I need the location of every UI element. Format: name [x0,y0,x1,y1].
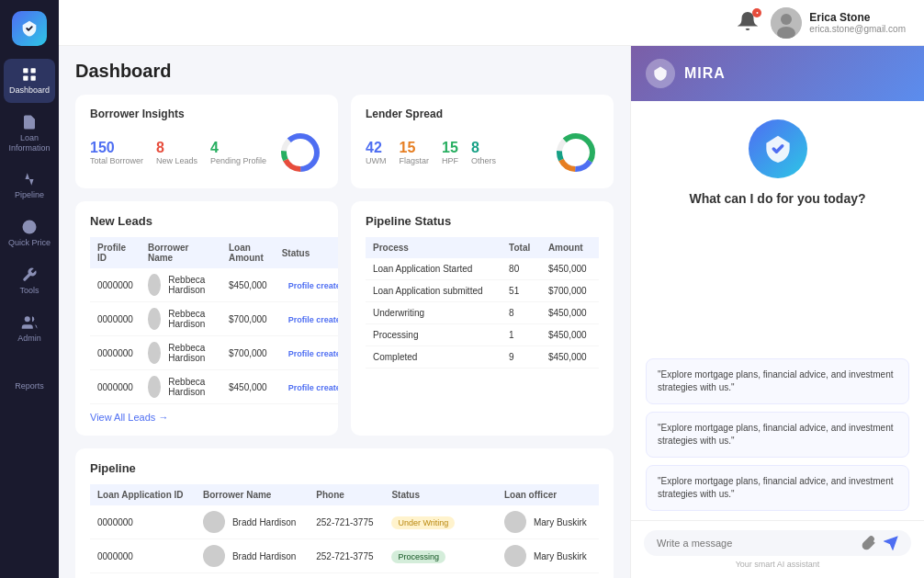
table-row: 0000000 Rebbeca Hardison $700,000 Profil… [90,302,338,336]
new-leads-label: New Leads [156,156,197,165]
total-cell: 1 [501,324,541,346]
borrower-cell: Bradd Hardison [196,505,309,539]
new-leads-value: 8 [156,140,197,156]
mira-title: MIRA [684,65,726,82]
loan-amount-cell: $450,000 [221,268,275,302]
pipeline-status-card: Pipeline Status Process Total Amount Loa… [351,201,614,436]
mira-attach-button[interactable] [862,536,876,550]
dashboard-area: Dashboard Borrower Insights 150 Total Bo… [59,46,924,578]
total-borrower-stat: 150 Total Borrower [90,140,143,165]
process-cell: Underwriting [366,302,501,324]
sidebar-item-label-quick-price: Quick Price [8,238,51,248]
lender-spread-card: Lender Spread 42 UWM 15 Flagstar [351,95,614,188]
process-cell: Loan Application submitted [366,280,501,302]
total-borrower-label: Total Borrower [90,156,143,165]
sidebar-item-reports[interactable]: Reports [4,355,55,399]
borrower-insights-stats: 150 Total Borrower 8 New Leads 4 Pending… [90,140,268,165]
mira-footer-label: Your smart AI assistant [644,560,911,569]
dashboard-main: Dashboard Borrower Insights 150 Total Bo… [59,46,630,578]
mira-suggestion-item[interactable]: "Explore mortgage plans, financial advic… [646,465,909,511]
borrower-name-cell: Rebbeca Hardison [141,336,221,370]
loan-id-cell: 0000000 [90,505,196,539]
table-row: Processing 1 $450,000 [366,324,599,346]
avatar [203,511,225,533]
sidebar-item-label-tools: Tools [19,286,39,296]
pipeline-status-header: Pipeline Status [366,214,599,228]
col-pipeline-status: Status [384,484,497,505]
amount-cell: $450,000 [541,302,599,324]
process-cell: Processing [366,324,501,346]
main-content: • Erica Stone erica.stone@gmail.com Dash… [59,0,924,578]
profile-id-cell: 0000000 [90,268,141,302]
mira-body: What can I do for you today? "Explore mo… [631,101,924,520]
col-borrower-name: Borrower Name [141,237,221,268]
borrower-insights-card: Borrower Insights 150 Total Borrower 8 N… [75,95,338,188]
svg-marker-26 [885,537,896,549]
phone-cell: 252-721-3775 [309,505,384,539]
table-row: 0000000 Bradd Hardison 252-721-3775 Proc… [90,539,599,573]
avatar [504,545,526,567]
process-cell: Loan Application Started [366,258,501,280]
col-process: Process [366,237,501,258]
status-cell: Profile created [275,302,338,336]
view-all-leads-link[interactable]: View All Leads → [90,412,323,423]
table-row: 0000000 Bradd Hardison 252-721-3775 Loan… [90,573,599,579]
others-stat: 8 Others [471,140,496,165]
officer-cell: Mary Buskirk [497,573,599,579]
sidebar-item-pipeline[interactable]: Pipeline [4,164,55,208]
sidebar-item-dashboard[interactable]: Dashboard [4,59,55,103]
phone-cell: 252-721-3775 [309,539,384,573]
avatar [504,511,526,533]
uwm-value: 42 [366,140,387,156]
others-label: Others [471,156,496,165]
lender-spread-title: Lender Spread [366,108,599,120]
pipeline-table: Loan Application ID Borrower Name Phone … [90,484,599,578]
amount-cell: $700,000 [541,280,599,302]
loan-id-cell: 0000000 [90,539,196,573]
svg-point-14 [781,14,792,25]
mira-header: MIRA [631,46,924,101]
status-cell: Processing [384,539,497,573]
mira-logo [646,59,675,88]
mira-message-input[interactable] [657,538,854,549]
flagstar-value: 15 [400,140,430,156]
col-loan-app-id: Loan Application ID [90,484,196,505]
mira-send-button[interactable] [884,536,898,550]
sidebar-item-label-loan: Loan Information [7,133,51,153]
pending-profile-label: Pending Profile [210,156,266,165]
lender-spread-stats: 42 UWM 15 Flagstar 15 HPF [366,140,544,165]
new-leads-stat: 8 New Leads [156,140,197,165]
mira-greeting: What can I do for you today? [689,191,865,206]
pipeline-card: Pipeline Loan Application ID Borrower Na… [75,448,614,578]
loan-amount-cell: $700,000 [221,336,275,370]
amount-cell: $450,000 [541,258,599,280]
col-amount: Amount [541,237,599,258]
mira-suggestion-item[interactable]: "Explore mortgage plans, financial advic… [646,358,909,404]
profile-id-cell: 0000000 [90,370,141,404]
mira-suggestion-item[interactable]: "Explore mortgage plans, financial advic… [646,412,909,458]
sidebar-item-tools[interactable]: Tools [4,259,55,303]
user-email: erica.stone@gmail.com [809,24,906,34]
sidebar-item-label-reports: Reports [15,381,44,391]
sidebar-item-label-dashboard: Dashboard [9,85,50,96]
user-info: Erica Stone erica.stone@gmail.com [809,11,906,34]
sidebar-item-loan-information[interactable]: Loan Information [4,107,55,161]
col-status: Status [275,237,338,268]
total-cell: 8 [501,302,541,324]
uwm-label: UWM [366,156,387,165]
sidebar-logo [12,11,47,46]
amount-cell: $450,000 [541,346,599,368]
notification-bell[interactable]: • [738,11,758,35]
flagstar-stat: 15 Flagstar [400,140,430,165]
avatar [148,308,161,330]
status-cell: Profile created [275,370,338,404]
status-cell: Profile created [275,268,338,302]
sidebar-item-label-pipeline: Pipeline [15,190,44,200]
sidebar-item-admin[interactable]: Admin [4,307,55,351]
loan-amount-cell: $450,000 [221,370,275,404]
sidebar-item-quick-price[interactable]: Quick Price [4,211,55,255]
total-borrower-value: 150 [90,140,143,156]
lender-donut-chart [553,130,599,176]
top-cards-row: Borrower Insights 150 Total Borrower 8 N… [75,95,614,188]
svg-point-9 [25,316,30,322]
